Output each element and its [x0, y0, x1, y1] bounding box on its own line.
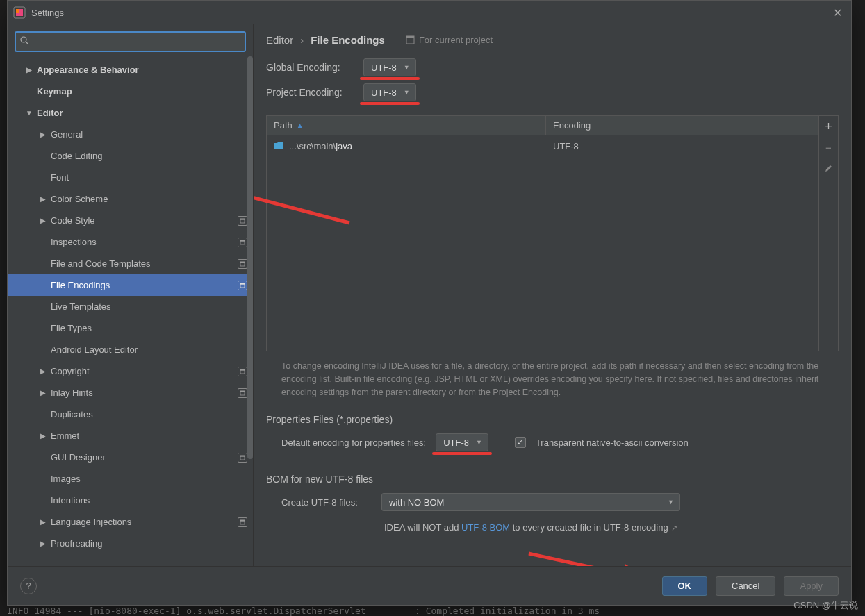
- properties-default-label: Default encoding for properties files:: [281, 438, 426, 448]
- close-icon[interactable]: ✕: [829, 4, 846, 21]
- global-encoding-label: Global Encoding:: [266, 62, 355, 73]
- svg-rect-13: [240, 261, 245, 263]
- th-encoding[interactable]: Encoding: [546, 116, 838, 135]
- tree-item-editor[interactable]: ▼Editor: [8, 102, 253, 124]
- add-row-button[interactable]: +: [819, 116, 839, 137]
- project-scope-badge-icon: [238, 238, 247, 247]
- tree-item-label: Font: [51, 172, 69, 183]
- help-button[interactable]: ?: [20, 578, 37, 594]
- project-scope-badge-icon: [238, 259, 247, 269]
- sort-asc-icon: ▲: [297, 122, 304, 129]
- table-row[interactable]: ...\src\main\javaUTF-8: [267, 135, 838, 156]
- project-encoding-label: Project Encoding:: [266, 87, 355, 98]
- remove-row-button[interactable]: −: [819, 137, 839, 158]
- edit-row-button[interactable]: [819, 158, 839, 178]
- svg-rect-28: [240, 519, 245, 521]
- search-input[interactable]: [15, 31, 246, 52]
- properties-section-title: Properties Files (*.properties): [266, 414, 839, 425]
- svg-rect-15: [240, 284, 245, 288]
- sidebar: ▶Appearance & BehaviorKeymap▼Editor▶Gene…: [8, 24, 254, 566]
- encoding-table: Path ▲ Encoding ...\src\main\javaUTF-8 +…: [266, 115, 839, 351]
- tree-item-general[interactable]: ▶General: [8, 124, 253, 145]
- svg-rect-25: [240, 455, 245, 456]
- tree-item-label: Intentions: [51, 495, 90, 506]
- svg-rect-30: [406, 36, 414, 38]
- scope-label: For current project: [406, 35, 493, 45]
- svg-rect-9: [240, 241, 245, 244]
- create-utf8-label: Create UTF-8 files:: [281, 497, 372, 508]
- idea-logo-icon: [13, 6, 26, 19]
- transparent-ascii-label: Transparent native-to-ascii conversion: [536, 438, 689, 448]
- project-scope-badge-icon: [238, 388, 247, 398]
- tree-item-duplicates[interactable]: Duplicates: [8, 403, 253, 425]
- svg-rect-2: [16, 9, 19, 13]
- dialog-footer: ? OK Cancel Apply: [8, 566, 851, 605]
- tree-item-android-layout-editor[interactable]: Android Layout Editor: [8, 339, 253, 360]
- tree-item-label: Keymap: [37, 86, 72, 97]
- tree-item-label: Images: [51, 474, 81, 484]
- transparent-ascii-checkbox[interactable]: ✓: [515, 437, 526, 448]
- tree-item-label: General: [51, 129, 83, 140]
- tree-item-intentions[interactable]: Intentions: [8, 490, 253, 511]
- breadcrumb-current: File Encodings: [311, 34, 385, 46]
- tree-item-code-editing[interactable]: Code Editing: [8, 145, 253, 167]
- tree-item-inlay-hints[interactable]: ▶Inlay Hints: [8, 382, 253, 403]
- tree-item-language-injections[interactable]: ▶Language Injections: [8, 511, 253, 533]
- tree-item-inspections[interactable]: Inspections: [8, 231, 253, 253]
- chevron-right-icon: ▶: [38, 540, 48, 547]
- svg-rect-6: [240, 219, 245, 223]
- tree-item-file-and-code-templates[interactable]: File and Code Templates: [8, 253, 253, 274]
- tree-item-label: Color Scheme: [51, 194, 108, 204]
- tree-item-copyright[interactable]: ▶Copyright: [8, 360, 253, 382]
- settings-dialog: Settings ✕ ▶Appearance & BehaviorKeymap▼…: [7, 0, 852, 606]
- tree-item-label: Language Injections: [51, 517, 131, 527]
- tree-item-file-types[interactable]: File Types: [8, 317, 253, 339]
- global-encoding-combo[interactable]: UTF-8 ▼: [363, 58, 416, 76]
- search-icon: [20, 36, 29, 47]
- background-code-row: INFO 14984 --- [nio-8080-exec-1] o.s.web…: [7, 606, 600, 616]
- utf8-bom-link[interactable]: UTF-8 BOM: [461, 522, 510, 533]
- cancel-button[interactable]: Cancel: [716, 576, 775, 596]
- tree-item-label: File Types: [51, 323, 92, 333]
- th-path[interactable]: Path ▲: [267, 116, 546, 135]
- external-link-icon: ↗: [671, 524, 677, 532]
- tree-item-font[interactable]: Font: [8, 167, 253, 188]
- svg-rect-24: [240, 456, 245, 460]
- tree-item-file-encodings[interactable]: File Encodings: [8, 274, 253, 296]
- svg-rect-12: [240, 263, 245, 266]
- tree-item-proofreading[interactable]: ▶Proofreading: [8, 533, 253, 554]
- tree-item-emmet[interactable]: ▶Emmet: [8, 425, 253, 447]
- breadcrumb: Editor › File Encodings For current proj…: [266, 34, 839, 46]
- titlebar: Settings ✕: [8, 1, 851, 24]
- svg-rect-19: [240, 369, 245, 370]
- tree-item-appearance-behavior[interactable]: ▶Appearance & Behavior: [8, 59, 253, 81]
- tree-item-label: File Encodings: [51, 280, 110, 290]
- ok-button[interactable]: OK: [662, 576, 708, 596]
- svg-point-3: [21, 37, 26, 42]
- svg-rect-10: [240, 240, 245, 241]
- apply-button[interactable]: Apply: [784, 576, 839, 596]
- chevron-down-icon: ▼: [668, 499, 674, 506]
- project-scope-badge-icon: [238, 281, 247, 290]
- window-title: Settings: [31, 8, 64, 18]
- encoding-hint: To change encoding IntelliJ IDEA uses fo…: [266, 351, 839, 399]
- tree-item-keymap[interactable]: Keymap: [8, 81, 253, 102]
- breadcrumb-root[interactable]: Editor: [266, 34, 293, 46]
- create-utf8-combo[interactable]: with NO BOM ▼: [381, 493, 680, 511]
- tree-item-live-templates[interactable]: Live Templates: [8, 296, 253, 317]
- tree-item-color-scheme[interactable]: ▶Color Scheme: [8, 188, 253, 210]
- tree-item-label: GUI Designer: [51, 452, 106, 463]
- chevron-right-icon: ▶: [38, 367, 48, 375]
- scrollbar-thumb[interactable]: [247, 56, 253, 459]
- tree-item-code-style[interactable]: ▶Code Style: [8, 210, 253, 231]
- chevron-right-icon: ▶: [38, 131, 48, 138]
- settings-tree[interactable]: ▶Appearance & BehaviorKeymap▼Editor▶Gene…: [8, 56, 253, 566]
- properties-encoding-combo[interactable]: UTF-8 ▼: [436, 433, 488, 451]
- project-encoding-combo[interactable]: UTF-8 ▼: [363, 83, 416, 101]
- tree-item-images[interactable]: Images: [8, 468, 253, 490]
- chevron-down-icon: ▼: [476, 439, 482, 446]
- chevron-down-icon: ▼: [24, 109, 34, 117]
- chevron-down-icon: ▼: [404, 64, 410, 71]
- tree-item-label: Editor: [37, 108, 63, 118]
- tree-item-gui-designer[interactable]: GUI Designer: [8, 447, 253, 468]
